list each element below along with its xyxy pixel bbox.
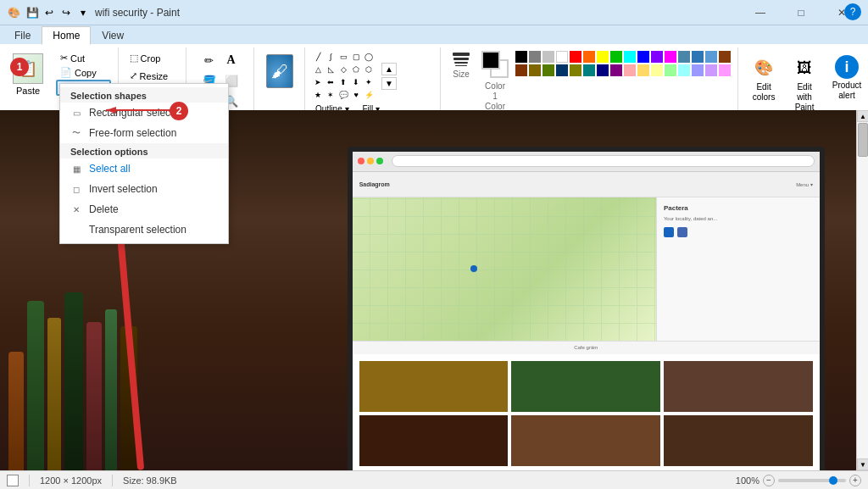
line-shape[interactable]: ╱ xyxy=(312,51,324,63)
color-periwinkle[interactable] xyxy=(692,64,704,76)
color-green[interactable] xyxy=(610,51,622,63)
dimensions-status: 1200 × 1200px xyxy=(40,475,102,486)
scrollbar-up-button[interactable]: ▲ xyxy=(857,110,868,122)
color-purple[interactable] xyxy=(610,64,622,76)
transparent-selection-label: Transparent selection xyxy=(89,224,186,236)
color-brown[interactable] xyxy=(719,51,731,63)
pencil-button[interactable]: ✏ xyxy=(199,51,220,69)
star-5-shape[interactable]: ★ xyxy=(312,89,324,101)
zoom-controls[interactable]: 100% − + xyxy=(736,475,861,486)
curve-shape[interactable]: ∫ xyxy=(325,51,337,63)
star-4-shape[interactable]: ✦ xyxy=(363,76,375,88)
color-lightcyan[interactable] xyxy=(678,64,690,76)
freeform-selection-item[interactable]: 〜 Free-form selection xyxy=(60,123,228,143)
text-button[interactable]: A xyxy=(221,51,242,69)
zoom-out-button[interactable]: − xyxy=(763,475,775,486)
product-alert-button[interactable]: i Product alert xyxy=(826,51,867,105)
redo-icon[interactable]: ↪ xyxy=(59,6,73,19)
arrow-left-shape[interactable]: ⬅ xyxy=(325,76,337,88)
minimize-button[interactable]: — xyxy=(741,0,780,25)
help-button[interactable]: ? xyxy=(844,3,861,20)
arrow-right-shape[interactable]: ➤ xyxy=(312,76,324,88)
ellipse-shape[interactable]: ◯ xyxy=(363,51,375,63)
tab-view[interactable]: View xyxy=(91,25,135,44)
tab-home[interactable]: Home xyxy=(42,26,91,45)
color-white[interactable] xyxy=(556,51,568,63)
color-cyan[interactable] xyxy=(624,51,636,63)
crop-button[interactable]: ⬚ Crop xyxy=(125,51,179,65)
edit-paint3d-icon: 🖼 xyxy=(792,55,817,81)
brushes-button[interactable]: 🖌 xyxy=(261,51,298,92)
color-darkblue[interactable] xyxy=(597,64,609,76)
color-navy[interactable] xyxy=(556,64,568,76)
color-dkgreen[interactable] xyxy=(542,64,554,76)
arrow-down-shape[interactable]: ⬇ xyxy=(350,76,362,88)
size-line-2[interactable] xyxy=(454,62,468,64)
color-silver[interactable] xyxy=(542,51,554,63)
right-triangle-shape[interactable]: ◺ xyxy=(325,64,337,75)
shapes-scroll-up[interactable]: ▲ xyxy=(381,63,397,75)
select-all-item[interactable]: ▦ Select all xyxy=(60,158,228,179)
color-paleyellow[interactable] xyxy=(651,64,663,76)
lightning-shape[interactable]: ⚡ xyxy=(363,89,375,101)
rounded-rect-shape[interactable]: ▢ xyxy=(350,51,362,63)
color-dkblue[interactable] xyxy=(692,51,704,63)
invert-selection-item[interactable]: ◻ Invert selection xyxy=(60,179,228,199)
scrollbar-track[interactable] xyxy=(857,122,868,458)
sidebar-description: Your locality, dated an... xyxy=(664,215,813,222)
color-lightpink[interactable] xyxy=(719,64,731,76)
undo-icon[interactable]: ↩ xyxy=(42,6,56,19)
color-lightgreen[interactable] xyxy=(665,64,676,76)
arrow-up-shape[interactable]: ⬆ xyxy=(337,76,349,88)
color-ltblue[interactable] xyxy=(705,51,717,63)
transparent-selection-item[interactable]: Transparent selection xyxy=(60,219,228,240)
shapes-scroll-down[interactable]: ▼ xyxy=(381,77,397,90)
tab-file[interactable]: File xyxy=(3,25,42,44)
color-yellow[interactable] xyxy=(597,51,609,63)
color-lavender[interactable] xyxy=(705,64,717,76)
zoom-level: 100% xyxy=(736,475,760,486)
color-blue[interactable] xyxy=(637,51,649,63)
color-pink[interactable] xyxy=(624,64,636,76)
heart-shape[interactable]: ♥ xyxy=(350,89,362,101)
save-icon[interactable]: 💾 xyxy=(25,6,39,19)
color-red[interactable] xyxy=(570,51,581,63)
size-line-1[interactable] xyxy=(455,65,467,66)
color-magenta[interactable] xyxy=(665,51,676,63)
color-teal[interactable] xyxy=(678,51,690,63)
edit-colors-button[interactable]: 🎨 Edit colors xyxy=(745,51,782,107)
scrollbar-down-button[interactable]: ▼ xyxy=(857,458,868,470)
color-darkbrown[interactable] xyxy=(515,64,527,76)
color-orange[interactable] xyxy=(583,51,595,63)
vertical-scrollbar[interactable]: ▲ ▼ xyxy=(856,110,868,470)
zoom-in-button[interactable]: + xyxy=(849,475,861,486)
hexagon-shape[interactable]: ⬡ xyxy=(363,64,375,75)
color-olive[interactable] xyxy=(529,64,541,76)
resize-button[interactable]: ⤢ Resize xyxy=(125,69,179,83)
cut-button[interactable]: ✂ Cut xyxy=(56,51,111,65)
delete-item[interactable]: ✕ Delete xyxy=(60,199,228,219)
copy-button[interactable]: 📄 Copy xyxy=(56,65,111,80)
paste-button[interactable]: 📋 Paste xyxy=(7,51,49,98)
triangle-shape[interactable]: △ xyxy=(312,64,324,75)
star-6-shape[interactable]: ✶ xyxy=(325,89,337,101)
select-all-icon: ▦ xyxy=(70,163,82,175)
dropdown-arrow-icon[interactable]: ▾ xyxy=(76,6,90,19)
size-line-3[interactable] xyxy=(453,58,469,60)
zoom-thumb[interactable] xyxy=(829,476,837,485)
pentagon-shape[interactable]: ⬠ xyxy=(350,64,362,75)
color-darkcyan[interactable] xyxy=(583,64,595,76)
color-black[interactable] xyxy=(515,51,527,63)
diamond-shape[interactable]: ◇ xyxy=(337,64,349,75)
zoom-slider[interactable] xyxy=(778,479,846,482)
color-violet[interactable] xyxy=(651,51,663,63)
color1-swatch[interactable] xyxy=(481,51,500,69)
color-gray[interactable] xyxy=(529,51,541,63)
rect-shape[interactable]: ▭ xyxy=(337,51,349,63)
scrollbar-thumb[interactable] xyxy=(858,123,868,157)
color-lightyellow[interactable] xyxy=(637,64,649,76)
callout-shape[interactable]: 💬 xyxy=(337,89,349,101)
size-line-4[interactable] xyxy=(453,53,470,56)
color-darkyellow[interactable] xyxy=(570,64,581,76)
maximize-button[interactable]: □ xyxy=(782,0,821,25)
